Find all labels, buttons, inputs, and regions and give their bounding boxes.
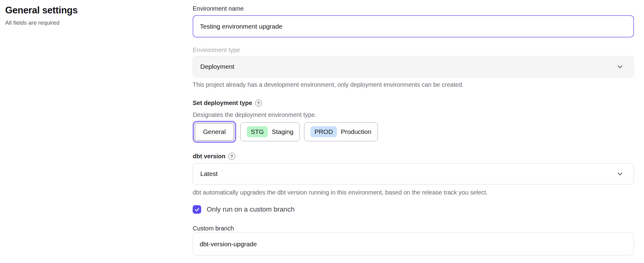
environment-settings-form: Environment name Environment type Deploy… (193, 0, 634, 255)
deployment-option-production-label: Production (341, 128, 371, 135)
help-icon[interactable]: ? (255, 100, 262, 107)
custom-branch-input[interactable] (193, 233, 634, 255)
deployment-option-general-label: General (203, 128, 226, 135)
dbt-version-value: Latest (200, 170, 218, 177)
chevron-down-icon (616, 170, 624, 178)
deployment-option-staging-label: Staging (272, 128, 293, 135)
production-badge: PROD (310, 126, 337, 137)
deployment-type-description: Designates the deployment environment ty… (193, 110, 634, 119)
page-subtitle: All fields are required (5, 19, 188, 26)
dbt-version-helper: dbt automatically upgrades the dbt versi… (193, 188, 634, 197)
deployment-option-general-selected-ring: General (193, 121, 236, 143)
dbt-version-label-row: dbt version ? (193, 152, 634, 160)
custom-branch-toggle[interactable]: Only run on a custom branch (193, 205, 634, 214)
dbt-version-select[interactable]: Latest (193, 163, 634, 184)
page-title: General settings (5, 5, 188, 16)
environment-type-label: Environment type (193, 46, 634, 54)
deployment-option-general[interactable]: General (195, 123, 234, 141)
environment-name-label: Environment name (193, 4, 634, 13)
check-icon (194, 207, 200, 212)
environment-type-select: Deployment (193, 56, 634, 77)
environment-name-input[interactable] (193, 15, 634, 37)
deployment-option-production[interactable]: PROD Production (304, 122, 378, 141)
deployment-option-staging[interactable]: STG Staging (240, 122, 300, 141)
settings-header: General settings All fields are required (5, 5, 188, 26)
environment-type-value: Deployment (200, 63, 234, 70)
custom-branch-toggle-label: Only run on a custom branch (207, 205, 295, 213)
checkbox-checked[interactable] (193, 205, 201, 214)
chevron-down-icon (616, 63, 624, 71)
help-icon[interactable]: ? (228, 153, 235, 160)
staging-badge: STG (247, 126, 268, 137)
dbt-version-label: dbt version (193, 152, 226, 160)
custom-branch-label: Custom branch (193, 224, 634, 233)
deployment-type-options: General STG Staging PROD Production (193, 121, 634, 143)
deployment-type-label-row: Set deployment type ? (193, 99, 634, 107)
environment-type-helper: This project already has a development e… (193, 80, 634, 89)
deployment-type-label: Set deployment type (193, 99, 252, 107)
